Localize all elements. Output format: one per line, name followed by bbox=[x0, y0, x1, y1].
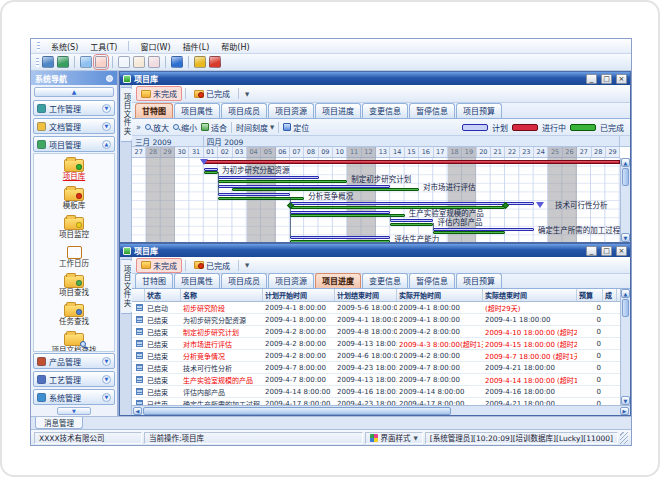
sidebar-item-0[interactable]: 项目库 bbox=[34, 156, 114, 185]
scroll-thumb[interactable] bbox=[622, 168, 629, 186]
table-header-0[interactable]: 状态 bbox=[145, 289, 181, 301]
chevron-down-icon[interactable]: ▼ bbox=[102, 357, 111, 366]
network-icon[interactable] bbox=[42, 56, 54, 68]
chevron-up-icon[interactable]: ▲ bbox=[102, 140, 111, 149]
table-tab-6[interactable]: 暂停信息 bbox=[409, 273, 455, 288]
scroll-left-arrow[interactable]: ◀ bbox=[133, 407, 142, 415]
sidebar-scroll-up-button[interactable]: ▲ bbox=[34, 87, 114, 97]
lock-icon[interactable] bbox=[194, 56, 206, 68]
doc-new-icon[interactable] bbox=[118, 56, 130, 68]
sidebar-scroll-down-button[interactable]: ▼ bbox=[57, 407, 91, 415]
table-tab-0[interactable]: 甘特图 bbox=[135, 273, 173, 288]
actual-bar[interactable] bbox=[218, 180, 347, 183]
scroll-down-arrow[interactable]: ▼ bbox=[621, 233, 630, 242]
chevron-down-icon[interactable]: ▼ bbox=[102, 104, 111, 113]
gantt-finished-filter-button[interactable]: 已完成 bbox=[189, 86, 235, 101]
open-folder-icon[interactable] bbox=[80, 56, 92, 68]
gantt-unfinished-filter-button[interactable]: 未完成 bbox=[136, 86, 182, 101]
gantt-tab-3[interactable]: 项目资源 bbox=[268, 103, 314, 118]
menu-item-3[interactable]: 插件(L) bbox=[182, 41, 211, 52]
zoom-in-button[interactable]: 放大 bbox=[145, 122, 169, 133]
scroll-thumb[interactable] bbox=[143, 407, 451, 415]
minimize-button[interactable]: _ bbox=[586, 74, 597, 84]
plan-bar[interactable] bbox=[290, 236, 390, 239]
gantt-vertical-scrollbar[interactable]: ▲ ▼ bbox=[620, 158, 630, 242]
gantt-tab-5[interactable]: 变更信息 bbox=[362, 103, 408, 118]
chevron-down-icon[interactable]: ▼ bbox=[102, 393, 111, 402]
actual-bar[interactable] bbox=[218, 197, 304, 200]
actual-bar[interactable] bbox=[290, 240, 390, 242]
gantt-tab-2[interactable]: 项目成员 bbox=[221, 103, 267, 118]
menu-item-1[interactable]: 工具(T) bbox=[89, 41, 118, 52]
table-row[interactable]: 已结束分析竞争情况2009-4-2 8:00:002009-4-6 18:00:… bbox=[132, 350, 630, 362]
chevron-down-icon[interactable]: ▼ bbox=[102, 375, 111, 384]
sidebar-item-4[interactable]: 项目查找 bbox=[34, 272, 114, 301]
table-tab-4[interactable]: 项目进度 bbox=[315, 273, 361, 288]
actual-bar[interactable] bbox=[232, 188, 419, 191]
plan-bar[interactable] bbox=[218, 176, 318, 179]
table-header-4[interactable]: 实际开始时间 bbox=[397, 289, 483, 301]
table-unfinished-filter-button[interactable]: 未完成 bbox=[136, 258, 182, 273]
actual-bar[interactable] bbox=[204, 171, 218, 174]
resize-grip[interactable] bbox=[620, 432, 628, 444]
plan-bar[interactable] bbox=[390, 219, 433, 222]
sidebar-group-2[interactable]: 项目管理▲ bbox=[33, 136, 115, 152]
table-tab-7[interactable]: 项目预算 bbox=[456, 273, 502, 288]
sidebar-group-0[interactable]: 工作管理▼ bbox=[33, 100, 115, 116]
table-row[interactable]: 已结束为初步研究分配资源2009-4-1 8:00:002009-4-1 18:… bbox=[132, 314, 630, 326]
sidebar-item-1[interactable]: 模板库 bbox=[34, 185, 114, 214]
sidebar-item-2[interactable]: 项目监控 bbox=[34, 214, 114, 243]
fit-button[interactable]: 适合 bbox=[201, 122, 227, 133]
table-tab-2[interactable]: 项目成员 bbox=[221, 273, 267, 288]
gantt-tab-6[interactable]: 暂停信息 bbox=[409, 103, 455, 118]
table-header-6[interactable]: 预算 bbox=[577, 289, 603, 301]
table-tab-3[interactable]: 项目资源 bbox=[268, 273, 314, 288]
scroll-up-arrow[interactable]: ▲ bbox=[621, 289, 630, 298]
plan-bar[interactable] bbox=[218, 193, 290, 196]
table-row[interactable]: 已结束评估内部产品2009-4-14 8:00:002009-4-16 18:0… bbox=[132, 386, 630, 398]
ui-style-selector[interactable]: 界面样式 ▼ bbox=[365, 432, 423, 444]
table-vertical-scrollbar[interactable]: ▲ ▼ bbox=[620, 289, 630, 405]
actual-bar[interactable] bbox=[433, 231, 505, 234]
sidebar-group-1[interactable]: 文档管理▼ bbox=[33, 118, 115, 134]
table-row[interactable]: 已结束技术可行性分析2009-4-7 8:00:002009-4-23 18:0… bbox=[132, 362, 630, 374]
table-header-3[interactable]: 计划结束时间 bbox=[335, 289, 397, 301]
table-row[interactable]: 已结束确定生产所需的加工过程2009-4-17 8:00:002009-4-23… bbox=[132, 398, 630, 405]
actual-bar[interactable] bbox=[390, 223, 433, 226]
globe-icon[interactable] bbox=[57, 56, 69, 68]
summary-progress-bar[interactable] bbox=[204, 160, 620, 164]
filter-dropdown-icon[interactable]: ▼ bbox=[242, 91, 252, 97]
toolbar-overflow-icon[interactable]: » bbox=[136, 123, 141, 132]
gantt-tab-1[interactable]: 项目属性 bbox=[174, 103, 220, 118]
table-header-2[interactable]: 计划开始时间 bbox=[263, 289, 335, 301]
menu-item-4[interactable]: 帮助(H) bbox=[220, 41, 250, 52]
menu-item-2[interactable]: 窗口(W) bbox=[139, 41, 171, 52]
sidebar-group-3[interactable]: 产品管理▼ bbox=[33, 353, 115, 369]
gantt-tab-0[interactable]: 甘特图 bbox=[135, 103, 173, 118]
scroll-right-arrow[interactable]: ▶ bbox=[620, 407, 629, 415]
time-scale-dropdown[interactable]: 时间刻度▼ bbox=[236, 122, 274, 133]
help-icon[interactable] bbox=[171, 56, 183, 68]
restore-button[interactable]: □ bbox=[601, 246, 612, 256]
filter-dropdown-icon[interactable]: ▼ bbox=[242, 262, 252, 268]
sidebar-group-5[interactable]: 系统管理▼ bbox=[33, 389, 115, 405]
minimize-button[interactable]: _ bbox=[586, 246, 597, 256]
sidebar-item-6[interactable]: 项目文档查找 bbox=[34, 330, 114, 352]
restore-button[interactable]: □ bbox=[601, 74, 612, 84]
table-header-5[interactable]: 实际结束时间 bbox=[483, 289, 577, 301]
gantt-tab-4[interactable]: 项目进度 bbox=[315, 103, 361, 118]
doc-edit-icon[interactable] bbox=[133, 56, 145, 68]
table-finished-filter-button[interactable]: 已完成 bbox=[189, 258, 235, 273]
sidebar-item-5[interactable]: 任务查找 bbox=[34, 301, 114, 330]
table-tab-1[interactable]: 项目属性 bbox=[174, 273, 220, 288]
table-header-1[interactable]: 名称 bbox=[181, 289, 263, 301]
save-icon[interactable] bbox=[95, 56, 107, 68]
gantt-tab-7[interactable]: 项目预算 bbox=[456, 103, 502, 118]
scroll-down-arrow[interactable]: ▼ bbox=[621, 396, 630, 405]
plan-bar[interactable] bbox=[290, 202, 534, 205]
pin-icon[interactable] bbox=[106, 75, 113, 82]
locate-button[interactable]: 定位 bbox=[283, 122, 309, 133]
scroll-thumb[interactable] bbox=[622, 299, 629, 317]
table-row[interactable]: 已结束对市场进行评估2009-4-2 8:00:002009-4-13 18:0… bbox=[132, 338, 630, 350]
scroll-up-arrow[interactable]: ▲ bbox=[621, 158, 630, 167]
